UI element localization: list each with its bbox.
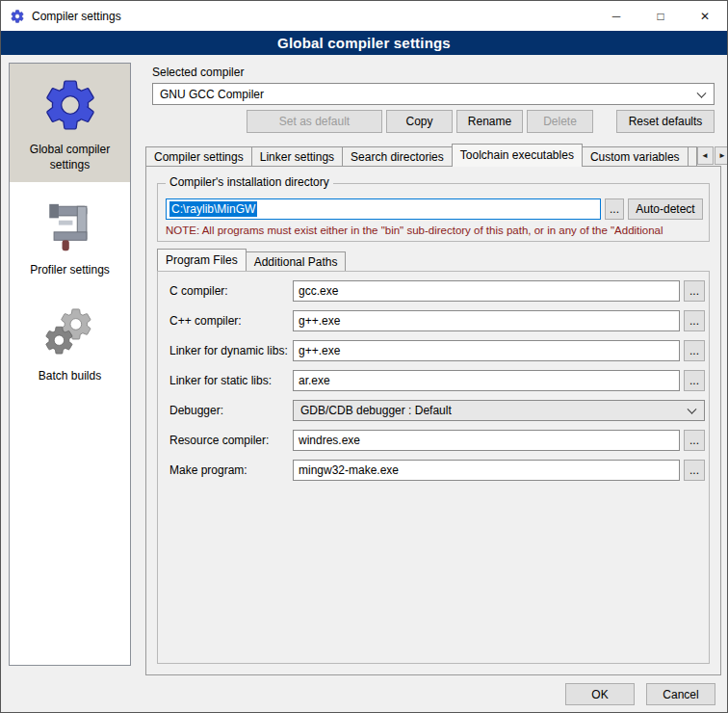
window-title: Compiler settings: [32, 10, 121, 23]
c-compiler-label: C compiler:: [169, 284, 228, 298]
set-as-default-button[interactable]: Set as default: [247, 110, 382, 133]
make-program-input[interactable]: [293, 460, 680, 481]
copy-button[interactable]: Copy: [386, 110, 453, 133]
chevron-down-icon: [697, 88, 707, 97]
debugger-value: GDB/CDB debugger : Default: [300, 404, 452, 417]
bin-subdirectory-note: NOTE: All programs must exist either in …: [166, 224, 705, 236]
auto-detect-button[interactable]: Auto-detect: [628, 198, 703, 220]
installation-directory-browse-button[interactable]: ...: [605, 198, 624, 220]
c-compiler-input[interactable]: [293, 280, 680, 302]
cancel-button[interactable]: Cancel: [646, 683, 715, 705]
settings-category-sidebar: Global compiler settings Profiler settin…: [9, 63, 131, 666]
tab-search-directories[interactable]: Search directories: [342, 146, 453, 167]
program-files-tab-bar: Program Files Additional Paths: [157, 249, 710, 272]
gears-gray-icon: [42, 305, 98, 364]
tab-toolchain-executables[interactable]: Toolchain executables: [452, 144, 583, 167]
tab-program-files[interactable]: Program Files: [157, 249, 247, 272]
selected-compiler-label: Selected compiler: [152, 66, 244, 79]
dialog-header: Global compiler settings: [1, 31, 727, 55]
ok-button[interactable]: OK: [565, 683, 635, 705]
reset-defaults-button[interactable]: Reset defaults: [616, 110, 715, 133]
linker-static-label: Linker for static libs:: [169, 374, 272, 387]
linker-dynamic-browse-button[interactable]: ...: [684, 340, 705, 361]
linker-dynamic-input[interactable]: [293, 340, 680, 361]
linker-static-browse-button[interactable]: ...: [684, 370, 705, 391]
debugger-label: Debugger:: [169, 404, 223, 417]
make-program-label: Make program:: [169, 463, 247, 477]
installation-directory-value: C:\raylib\MinGW: [169, 201, 257, 217]
c-compiler-browse-button[interactable]: ...: [684, 280, 705, 302]
debugger-dropdown[interactable]: GDB/CDB debugger : Default: [293, 400, 705, 421]
program-files-panel: C compiler: ... C++ compiler: ... Linker…: [157, 271, 710, 664]
close-button[interactable]: ✕: [683, 1, 727, 31]
installation-directory-label: Compiler's installation directory: [166, 175, 333, 189]
tab-scrollers: ◄ ►: [697, 146, 728, 167]
tab-linker-settings[interactable]: Linker settings: [251, 146, 343, 167]
rename-button[interactable]: Rename: [456, 110, 523, 133]
make-program-browse-button[interactable]: ...: [684, 460, 705, 481]
resource-compiler-input[interactable]: [293, 430, 680, 451]
cpp-compiler-input[interactable]: [293, 310, 680, 331]
sidebar-item-global-compiler-settings[interactable]: Global compiler settings: [10, 64, 130, 182]
clamp-icon: [42, 199, 98, 258]
tab-custom-variables[interactable]: Custom variables: [582, 146, 689, 167]
window-controls: ─ □ ✕: [594, 1, 727, 31]
sidebar-item-profiler-settings[interactable]: Profiler settings: [10, 188, 130, 288]
linker-static-input[interactable]: [293, 370, 680, 391]
sidebar-item-label: Profiler settings: [25, 263, 115, 278]
resource-compiler-browse-button[interactable]: ...: [684, 430, 705, 451]
cpp-compiler-browse-button[interactable]: ...: [684, 310, 705, 331]
compiler-settings-window: Compiler settings ─ □ ✕ Global compiler …: [0, 0, 728, 713]
installation-directory-input[interactable]: C:\raylib\MinGW: [166, 198, 601, 220]
minimize-button[interactable]: ─: [594, 1, 638, 31]
installation-directory-groupbox: Compiler's installation directory C:\ray…: [157, 183, 710, 242]
selected-compiler-value: GNU GCC Compiler: [160, 88, 264, 101]
cpp-compiler-label: C++ compiler:: [169, 314, 242, 328]
sidebar-item-label: Batch builds: [34, 369, 106, 384]
tab-scroll-right-icon[interactable]: ►: [715, 146, 728, 165]
maximize-button[interactable]: □: [638, 1, 683, 31]
gear-blue-icon: [40, 75, 100, 138]
linker-dynamic-label: Linker for dynamic libs:: [169, 344, 288, 357]
tab-build-options-truncated[interactable]: Buil: [688, 146, 697, 167]
settings-tab-bar: Compiler settings Linker settings Search…: [145, 144, 725, 167]
tab-additional-paths[interactable]: Additional Paths: [246, 251, 347, 272]
chevron-down-icon: [688, 405, 697, 414]
sidebar-item-batch-builds[interactable]: Batch builds: [10, 294, 130, 394]
app-icon: [10, 9, 25, 24]
selected-compiler-dropdown[interactable]: GNU GCC Compiler: [152, 83, 715, 105]
sidebar-item-label: Global compiler settings: [10, 143, 130, 172]
delete-button[interactable]: Delete: [527, 110, 593, 133]
titlebar[interactable]: Compiler settings ─ □ ✕: [1, 1, 727, 31]
tab-scroll-left-icon[interactable]: ◄: [697, 146, 714, 165]
resource-compiler-label: Resource compiler:: [169, 434, 269, 447]
tab-compiler-settings[interactable]: Compiler settings: [145, 146, 252, 167]
